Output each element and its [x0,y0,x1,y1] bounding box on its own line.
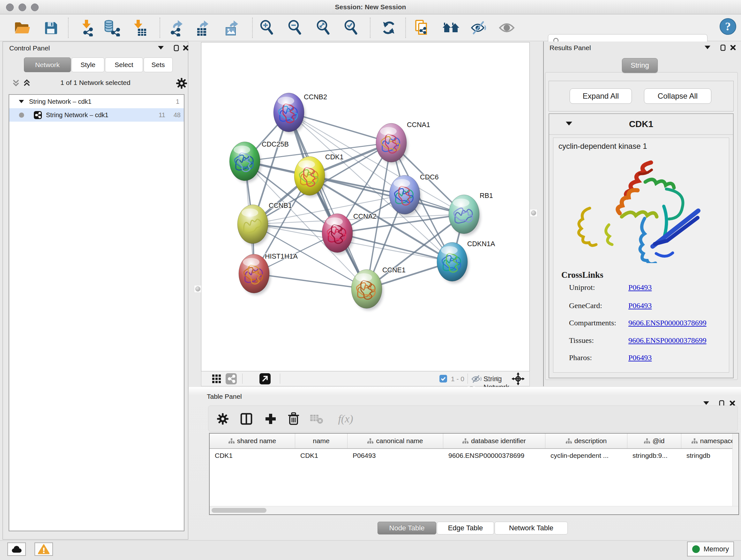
add-column-plus-icon[interactable] [263,412,278,426]
center-view-crosshair-icon[interactable] [512,372,525,385]
network-tree-root-row[interactable]: String Network – cdk1 1 [9,95,184,108]
tab-node-table[interactable]: Node Table [378,522,436,535]
column-header-databaseidentifier[interactable]: database identifier [443,434,545,448]
crosslink-link[interactable]: P06493 [628,354,652,362]
control-panel-float-icon[interactable] [172,43,181,53]
duplicate-network-icon[interactable] [413,19,431,37]
tab-string[interactable]: String [622,58,658,73]
tab-style[interactable]: Style [71,57,105,72]
results-panel-menu-icon[interactable] [703,43,712,52]
gene-card-header[interactable]: CDK1 [549,114,733,135]
table-cell[interactable]: stringdb [681,449,739,462]
node-label-CCNA2: CCNA2 [353,212,377,220]
control-panel-menu-icon[interactable] [156,43,165,53]
network-node-CDKN1A[interactable]: CDKN1A [437,240,495,283]
results-panel-float-icon[interactable] [718,43,728,52]
column-header-canonicalname[interactable]: canonical name [347,434,443,448]
zoom-out-icon[interactable] [286,19,304,37]
tab-network-table[interactable]: Network Table [495,522,568,535]
table-settings-gear-icon[interactable] [215,412,230,426]
string-network-graph[interactable]: CCNB2CCNA1CDC25BCDK1CDC6RB1CCNB1CCNA2CDK… [201,43,529,371]
table-cell[interactable]: CDK1 [295,449,347,462]
title-bar: Session: New Session [0,0,741,14]
network-node-RB1[interactable]: RB1 [449,192,493,236]
share-view-icon[interactable] [226,373,237,384]
import-network-file-icon[interactable] [78,19,96,37]
expand-all-button[interactable]: Expand All [569,88,632,104]
column-header-description[interactable]: description [545,434,627,448]
zoom-in-icon[interactable] [258,19,276,37]
network-tree-child-row[interactable]: String Network – cdk1 11 48 [9,108,184,122]
save-session-icon[interactable] [42,19,60,37]
export-image-icon[interactable] [223,19,241,37]
left-splitter-handle[interactable] [194,285,202,293]
tab-network[interactable]: Network [24,57,71,72]
table-row[interactable]: CDK1CDK1P064939606.ENSP00000378699cyclin… [210,449,739,462]
network-node-CCNE1[interactable]: CCNE1 [351,266,406,310]
network-edge-CCNB2-CCNE1[interactable] [289,112,367,289]
crosslink-row: Uniprot:P06493 [569,283,722,301]
collapse-all-button[interactable]: Collapse All [644,88,711,104]
toolbar-separator [242,374,243,384]
column-header-sharedname[interactable]: shared name [210,434,295,448]
table-cell[interactable]: CDK1 [210,449,295,462]
tree-child-label: String Network – cdk1 [46,111,109,119]
crosslink-link[interactable]: P06493 [628,301,652,310]
control-panel: Control Panel NetworkStyleSelectSets 1 o… [3,42,188,540]
zoom-fit-icon[interactable] [314,19,332,37]
table-vertical-scrollbar[interactable] [732,434,738,506]
table-horizontal-scrollbar[interactable] [210,506,738,514]
table-cell[interactable]: cyclin-dependent ... [545,449,627,462]
import-network-database-icon[interactable] [104,19,121,37]
selected-checkbox-icon[interactable] [440,375,447,382]
import-table-file-icon[interactable] [131,19,149,37]
export-table-icon[interactable] [194,19,212,37]
crosslink-link[interactable]: P06493 [628,283,652,292]
memory-button[interactable]: Memory [687,542,734,557]
zoom-selected-icon[interactable] [342,19,360,37]
show-columns-icon[interactable] [239,412,254,426]
network-node-CCNB1[interactable]: CCNB1 [238,202,292,246]
network-node-CCNB2[interactable]: CCNB2 [273,93,327,134]
show-items-eye-icon[interactable] [498,19,516,37]
export-network-icon[interactable] [168,19,186,37]
hidden-eye-slash-icon[interactable] [471,375,482,383]
network-node-CCNA2[interactable]: CCNA2 [322,212,377,254]
grid-view-icon[interactable] [212,374,221,383]
network-edge-HIST1H1A-CCNE1[interactable] [254,273,367,289]
scrollbar-thumb[interactable] [212,508,266,513]
table-cell[interactable]: stringdb:9... [627,449,681,462]
network-view-canvas[interactable]: CCNB2CCNA1CDC25BCDK1CDC6RB1CCNB1CCNA2CDK… [201,42,530,371]
toolbar-separator [280,374,280,384]
delete-column-trash-icon[interactable] [286,412,301,426]
right-splitter-handle[interactable] [530,209,537,217]
column-header-namespace[interactable]: namespace [681,434,739,448]
network-options-gear-icon[interactable] [176,78,187,89]
open-in-new-icon[interactable] [259,373,271,384]
help-icon[interactable]: ? [719,17,737,36]
table-panel: Table Panel f( [189,387,741,540]
table-cell[interactable]: 9606.ENSP00000378699 [443,449,545,462]
open-session-icon[interactable] [13,19,31,37]
tree-expand-icon[interactable] [19,100,24,104]
tab-select[interactable]: Select [105,57,143,72]
hide-items-eye-slash-icon[interactable] [470,19,488,37]
column-header-name[interactable]: name [295,434,347,448]
table-cell[interactable]: P06493 [347,449,443,462]
results-panel-close-icon[interactable] [728,43,738,52]
warning-button[interactable] [35,543,53,556]
control-panel-close-icon[interactable] [181,43,191,53]
network-node-CCNA1[interactable]: CCNA1 [376,121,430,164]
cloud-button[interactable] [7,543,26,556]
crosslink-link[interactable]: 9606.ENSP00000378699 [628,319,706,327]
tab-edge-table[interactable]: Edge Table [437,522,494,535]
column-header-id[interactable]: @id [627,434,681,448]
network-node-HIST1H1A[interactable]: HIST1H1A [239,253,298,295]
tab-sets[interactable]: Sets [144,57,173,72]
home-icon[interactable] [442,19,460,37]
crosslink-link[interactable]: 9606.ENSP00000378699 [628,336,706,345]
table-type-tabs: Node TableEdge TableNetwork Table [378,522,568,535]
node-attribute-table[interactable]: shared namenamecanonical namedatabase id… [209,433,739,515]
refresh-view-icon[interactable] [380,19,398,37]
svg-text:?: ? [725,20,731,33]
